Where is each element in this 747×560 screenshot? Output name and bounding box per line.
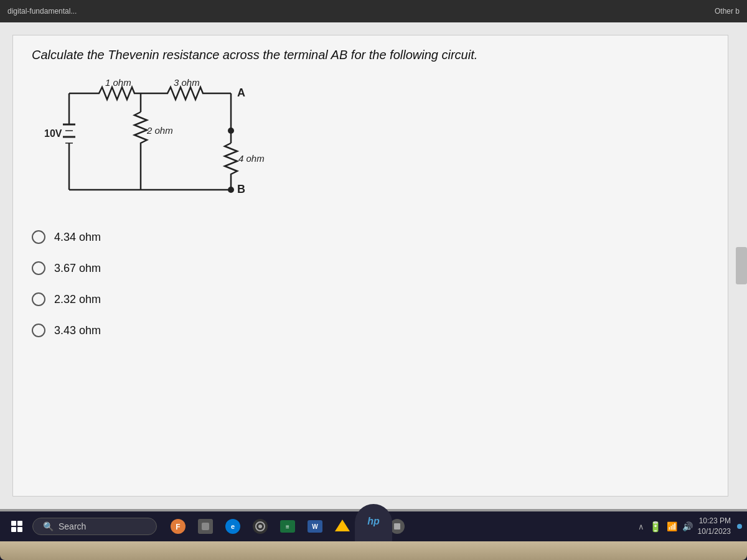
scrollbar[interactable] — [736, 247, 747, 284]
search-icon: 🔍 — [43, 521, 54, 531]
start-button[interactable] — [5, 515, 29, 538]
system-tray: ∧ 🔋 📶 🔊 10:23 PM 10/1/2023 — [638, 516, 742, 537]
arrow-up-icon[interactable]: ∧ — [638, 522, 644, 531]
circuit-diagram: A 2 ohm 4 ohm B 10V — [38, 75, 299, 212]
options-area: 4.34 ohm 3.67 ohm 2.32 ohm 3.43 ohm — [32, 230, 709, 337]
clock-date: 10/1/2023 — [698, 526, 731, 537]
svg-text:10V: 10V — [44, 128, 62, 139]
svg-text:A: A — [237, 86, 245, 99]
taskbar-app-5[interactable]: ≡ — [275, 514, 300, 539]
svg-rect-26 — [202, 523, 209, 530]
svg-point-31 — [258, 525, 262, 528]
svg-text:1 ohm: 1 ohm — [105, 77, 131, 88]
radio-a[interactable] — [32, 230, 45, 244]
taskbar-app-7[interactable] — [330, 514, 355, 539]
option-c-label: 2.32 ohm — [54, 293, 101, 306]
svg-text:3 ohm: 3 ohm — [174, 77, 200, 88]
wifi-icon: 📶 — [667, 521, 677, 531]
radio-b[interactable] — [32, 261, 45, 275]
search-bar[interactable]: 🔍 Search — [32, 518, 157, 535]
hp-text: hp — [367, 516, 380, 527]
svg-point-18 — [228, 187, 234, 193]
battery-icon: 🔋 — [649, 521, 662, 533]
browser-tab-text: digital-fundamental... — [7, 7, 77, 16]
question-area: Calculate the Thevenin resistance across… — [12, 35, 728, 497]
taskbar-app-1[interactable]: F — [166, 514, 190, 539]
option-b-label: 3.67 ohm — [54, 262, 101, 275]
option-a[interactable]: 4.34 ohm — [32, 230, 709, 244]
taskbar-app-3[interactable]: e — [220, 514, 245, 539]
browser-other-bookmarks: Other b — [715, 7, 740, 16]
svg-rect-40 — [394, 523, 400, 530]
system-clock[interactable]: 10:23 PM 10/1/2023 — [698, 516, 731, 537]
svg-text:2 ohm: 2 ohm — [146, 125, 173, 136]
radio-d[interactable] — [32, 324, 45, 337]
search-label: Search — [59, 521, 86, 531]
svg-text:B: B — [237, 183, 245, 195]
notification-dot[interactable] — [737, 524, 742, 529]
option-b[interactable]: 3.67 ohm — [32, 261, 709, 275]
option-a-label: 4.34 ohm — [54, 231, 101, 244]
svg-text:W: W — [312, 523, 318, 530]
hp-logo: hp — [355, 504, 392, 541]
svg-text:≡: ≡ — [286, 523, 289, 530]
svg-text:F: F — [176, 523, 180, 531]
question-title: Calculate the Thevenin resistance across… — [32, 48, 709, 62]
clock-time: 10:23 PM — [699, 516, 731, 526]
windows-icon — [11, 521, 22, 532]
taskbar-app-2[interactable] — [193, 514, 218, 539]
taskbar: 🔍 Search F e — [0, 511, 747, 541]
taskbar-app-6[interactable]: W — [303, 514, 327, 539]
laptop-screen: Calculate the Thevenin resistance across… — [0, 22, 747, 509]
volume-icon[interactable]: 🔊 — [682, 521, 693, 531]
radio-c[interactable] — [32, 292, 45, 306]
option-d[interactable]: 3.43 ohm — [32, 324, 709, 337]
laptop-body — [0, 541, 747, 560]
browser-bar: digital-fundamental... Other b — [0, 0, 747, 22]
taskbar-app-4[interactable] — [248, 514, 273, 539]
option-c[interactable]: 2.32 ohm — [32, 292, 709, 306]
svg-marker-36 — [335, 520, 350, 531]
option-d-label: 3.43 ohm — [54, 324, 101, 337]
svg-text:4 ohm: 4 ohm — [238, 153, 265, 164]
svg-text:e: e — [231, 523, 235, 530]
